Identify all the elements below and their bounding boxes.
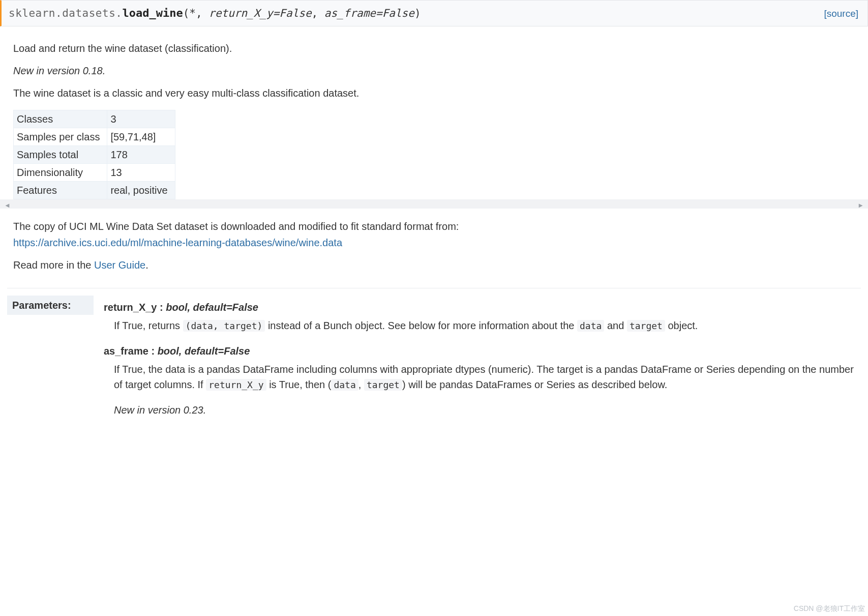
code-inline: data	[331, 379, 358, 391]
source-link[interactable]: [source]	[824, 8, 858, 19]
signature-param-2: as_frame=False	[324, 7, 414, 19]
param-return-x-y-head: return_X_y : bool, default=False	[104, 300, 856, 315]
scroll-left-icon[interactable]: ◄	[4, 200, 11, 211]
table-row: Dimensionality13	[14, 163, 175, 181]
signature-function: load_wine	[122, 7, 183, 19]
horizontal-scrollbar[interactable]: ◄ ►	[0, 199, 868, 209]
version-added: New in version 0.18.	[13, 63, 855, 78]
code-inline: return_X_y	[206, 379, 266, 391]
signature-module: sklearn.datasets.	[9, 7, 122, 19]
after-table-block: The copy of UCI ML Wine Data Set dataset…	[13, 219, 855, 273]
table-row: Featuresreal, positive	[14, 181, 175, 199]
param-return-x-y-body: If True, returns (data, target) instead …	[114, 318, 856, 333]
table-value: 13	[107, 163, 175, 181]
table-value: 3	[107, 110, 175, 128]
table-key: Samples per class	[14, 128, 107, 145]
parameters-body: return_X_y : bool, default=False If True…	[94, 296, 861, 420]
function-signature: sklearn.datasets.load_wine(*, return_X_y…	[0, 0, 868, 26]
code-inline: target	[364, 379, 402, 391]
text: object.	[665, 320, 698, 331]
text: ) will be pandas DataFrames or Series as…	[402, 379, 667, 390]
param-type: bool, default=False	[166, 302, 258, 313]
table-row: Samples total178	[14, 145, 175, 163]
code-inline: target	[627, 320, 665, 332]
param-type: bool, default=False	[158, 345, 250, 357]
table-row: Samples per class[59,71,48]	[14, 128, 175, 145]
table-value: [59,71,48]	[107, 128, 175, 145]
source-credit: The copy of UCI ML Wine Data Set dataset…	[13, 219, 855, 234]
intro-paragraph: Load and return the wine dataset (classi…	[13, 41, 855, 56]
param-name: return_X_y :	[104, 302, 166, 313]
code-inline: data	[577, 320, 604, 332]
intro-paragraph-2: The wine dataset is a classic and very e…	[13, 85, 855, 101]
parameters-label: Parameters:	[7, 296, 94, 315]
source-link-wrap: [source]	[824, 6, 858, 21]
sep: ,	[196, 7, 208, 19]
code-inline: (data, target)	[183, 320, 265, 332]
table-key: Features	[14, 181, 107, 199]
table-key: Classes	[14, 110, 107, 128]
param-as-frame-body: If True, the data is a pandas DataFrame …	[114, 362, 856, 392]
table-key: Dimensionality	[14, 163, 107, 181]
text: ,	[358, 379, 364, 390]
text: is True, then (	[266, 379, 332, 390]
param-as-frame-head: as_frame : bool, default=False	[104, 343, 856, 359]
table-value: real, positive	[107, 181, 175, 199]
parameters-section: Parameters: return_X_y : bool, default=F…	[7, 288, 861, 420]
dataset-url-link[interactable]: https://archive.ics.uci.edu/ml/machine-l…	[13, 237, 342, 248]
sep: ,	[312, 7, 324, 19]
table-row: Classes3	[14, 110, 175, 128]
signature-text: sklearn.datasets.load_wine(*, return_X_y…	[9, 5, 421, 22]
text: and	[604, 320, 626, 331]
scroll-right-icon[interactable]: ►	[857, 200, 864, 211]
param-name: as_frame :	[104, 345, 158, 357]
signature-param-1: return_X_y=False	[208, 7, 311, 19]
text: instead of a Bunch object. See below for…	[265, 320, 577, 331]
paren-close: )	[414, 7, 421, 19]
param-as-frame-version: New in version 0.23.	[114, 402, 856, 418]
user-guide-link[interactable]: User Guide	[94, 259, 145, 271]
description-block: Load and return the wine dataset (classi…	[13, 41, 855, 199]
read-more: Read more in the User Guide.	[13, 257, 855, 273]
watermark: CSDN @老狼IT工作室	[794, 603, 865, 614]
signature-star: *	[189, 7, 196, 19]
readmore-post: .	[145, 259, 148, 271]
readmore-pre: Read more in the	[13, 259, 94, 271]
table-value: 178	[107, 145, 175, 163]
dataset-summary-table: Classes3Samples per class[59,71,48]Sampl…	[13, 110, 175, 199]
paren-open: (	[183, 7, 190, 19]
text: If True, returns	[114, 320, 183, 331]
table-key: Samples total	[14, 145, 107, 163]
